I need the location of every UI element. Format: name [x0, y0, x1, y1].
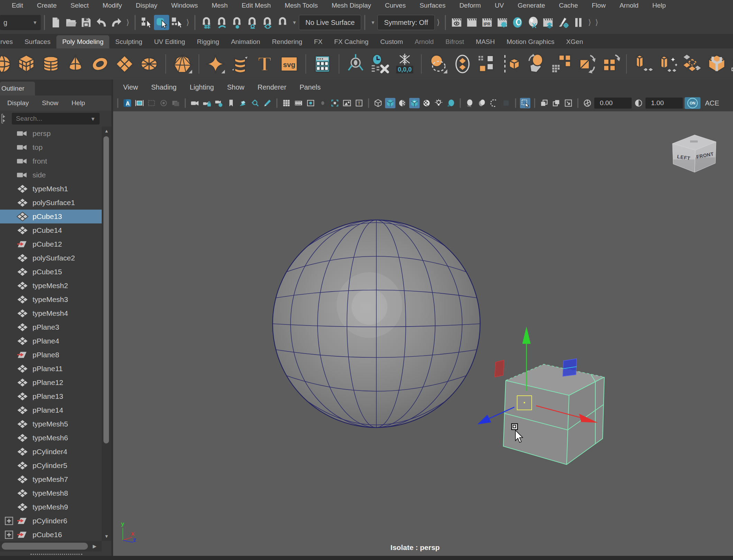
outliner-item-typeMesh6[interactable]: typeMesh6	[0, 431, 102, 445]
wireframe-on-shaded-icon[interactable]	[397, 98, 407, 108]
toon-display-icon[interactable]	[510, 15, 525, 30]
outliner-menu-display[interactable]: Display	[1, 99, 35, 107]
rotate-quad-icon[interactable]	[599, 53, 621, 75]
menu-generate[interactable]: Generate	[511, 2, 552, 9]
menu-cache[interactable]: Cache	[552, 2, 585, 9]
panel-resize-grip[interactable]	[30, 554, 82, 555]
grease-pencil-icon[interactable]	[262, 98, 273, 108]
outliner-item-typeMesh5[interactable]: typeMesh5	[0, 417, 102, 431]
toolbar-collapse-icon[interactable]: ⟩	[437, 18, 440, 27]
view-cube[interactable]: LEFT FRONT	[672, 135, 716, 172]
manipulator-yz-plane-handle[interactable]	[495, 360, 504, 377]
shelf-tab-fx[interactable]: FX	[308, 35, 328, 48]
poly-torus-icon[interactable]	[89, 53, 111, 75]
exposure-icon[interactable]	[582, 98, 593, 108]
vertical-scroll-thumb[interactable]	[103, 136, 109, 443]
checker-sphere-icon[interactable]	[421, 98, 432, 108]
copy-a-icon[interactable]	[539, 98, 549, 108]
pause-viewport-icon[interactable]	[571, 15, 586, 30]
workspace-selector[interactable]: g▼	[0, 15, 41, 30]
shelf-tab-rendering[interactable]: Rendering	[266, 35, 308, 48]
bridge-icon[interactable]	[681, 53, 703, 75]
outliner-item-pCube15[interactable]: pCube15	[0, 265, 102, 279]
menu-surfaces[interactable]: Surfaces	[413, 2, 452, 9]
expand-toggle-icon[interactable]	[5, 528, 17, 541]
menu-arnold[interactable]: Arnold	[613, 2, 645, 9]
poly-plane-icon[interactable]	[114, 53, 135, 75]
wireframe-cube-icon[interactable]	[373, 98, 383, 108]
isolate-select-icon[interactable]	[520, 98, 530, 108]
arrange-quads-icon[interactable]	[476, 53, 498, 75]
freeze-transform-icon[interactable]: 0,0,0	[394, 53, 415, 75]
object-detail-icon[interactable]	[318, 98, 328, 108]
new-scene-icon[interactable]	[48, 15, 63, 30]
outliner-item-pPlane11[interactable]: pPlane11	[0, 362, 102, 376]
outliner-item-polySurface2[interactable]: polySurface2	[0, 251, 102, 265]
poly-helix-icon[interactable]	[229, 53, 251, 75]
extrude-icon[interactable]	[632, 53, 654, 75]
shelf-tab-rves[interactable]: rves	[0, 35, 19, 48]
shelf-tab-surfaces[interactable]: Surfaces	[19, 35, 56, 48]
outliner-item-typeMesh4[interactable]: typeMesh4	[0, 306, 102, 320]
gate-mask-icon[interactable]	[146, 98, 157, 108]
default-material-icon[interactable]: X	[525, 15, 540, 30]
render-view-icon[interactable]	[449, 15, 464, 30]
poly-sphere-object[interactable]	[273, 220, 480, 428]
xray-icon[interactable]	[238, 98, 248, 108]
lock-camera-icon[interactable]	[202, 98, 212, 108]
make-live-icon[interactable]	[275, 15, 290, 30]
pick-target-icon[interactable]	[563, 98, 574, 108]
shelf-tab-uv-editing[interactable]: UV Editing	[148, 35, 191, 48]
outliner-item-pCylinder5[interactable]: pCylinder5	[0, 459, 102, 472]
menu-select[interactable]: Select	[64, 2, 96, 9]
bookmark-icon[interactable]	[226, 98, 236, 108]
snap-point-icon[interactable]	[229, 15, 244, 30]
gate-elements-icon[interactable]	[330, 98, 340, 108]
anti-alias-icon[interactable]	[489, 98, 499, 108]
render-layers-icon[interactable]	[540, 15, 556, 30]
outliner-item-persp[interactable]: persp	[0, 127, 102, 140]
grid-blocks-icon[interactable]	[550, 53, 571, 75]
redo-icon[interactable]	[109, 15, 124, 30]
outliner-menu-show[interactable]: Show	[35, 99, 65, 107]
gamma-icon[interactable]	[633, 98, 644, 108]
extrude-options-icon[interactable]	[657, 53, 678, 75]
textured-icon[interactable]	[409, 98, 420, 108]
grid-icon[interactable]	[281, 98, 292, 108]
toolbar-collapse-icon[interactable]: ⟩	[126, 18, 129, 27]
search-input[interactable]: Search... ▼	[12, 113, 100, 125]
save-scene-icon[interactable]	[79, 15, 94, 30]
shelf-tab-motion-graphics[interactable]: Motion Graphics	[501, 35, 560, 48]
outliner-item-pPlane12[interactable]: pPlane12	[0, 376, 102, 389]
poly-cone-icon[interactable]	[65, 53, 86, 75]
sculpt-tool-icon[interactable]	[525, 53, 547, 75]
smooth-shade-icon[interactable]	[385, 98, 395, 108]
menu-edit-mesh[interactable]: Edit Mesh	[235, 2, 277, 9]
poly-cube-icon[interactable]	[16, 53, 37, 75]
outliner-item-pPlane14[interactable]: pPlane14	[0, 403, 102, 417]
rotate-face-icon[interactable]	[575, 53, 596, 75]
snap-curve-icon[interactable]	[214, 15, 229, 30]
poly-table-icon[interactable]	[312, 53, 333, 75]
viewport-menu-lighting[interactable]: Lighting	[183, 83, 220, 91]
render-settings-icon[interactable]	[495, 15, 510, 30]
outliner-item-pCube14[interactable]: pCube14	[0, 223, 102, 237]
menu-mesh-tools[interactable]: Mesh Tools	[278, 2, 325, 9]
shelf-tab-arnold[interactable]: Arnold	[409, 35, 440, 48]
viewport-menu-shading[interactable]: Shading	[145, 83, 183, 91]
outliner-item-pPlane3[interactable]: pPlane3	[0, 320, 102, 334]
symmetry-field[interactable]: Symmetry: Off	[377, 15, 434, 30]
outliner-item-typeMesh8[interactable]: typeMesh8	[0, 486, 102, 500]
color-management-toggle[interactable]: ON	[685, 97, 700, 109]
field-chart-icon[interactable]: T	[354, 98, 364, 108]
open-scene-icon[interactable]	[63, 15, 79, 30]
outliner-item-pPlane13[interactable]: pPlane13	[0, 389, 102, 403]
menu-curves[interactable]: Curves	[378, 2, 413, 9]
outliner-item-typeMesh7[interactable]: typeMesh7	[0, 472, 102, 486]
resolution-gate-icon[interactable]	[134, 98, 145, 108]
menu-windows[interactable]: Windows	[164, 2, 205, 9]
dof-icon[interactable]	[501, 98, 511, 108]
scroll-right-icon[interactable]: ▶	[93, 543, 102, 549]
poly-text-icon[interactable]: T	[254, 53, 275, 75]
motion-blur-icon[interactable]	[477, 98, 487, 108]
